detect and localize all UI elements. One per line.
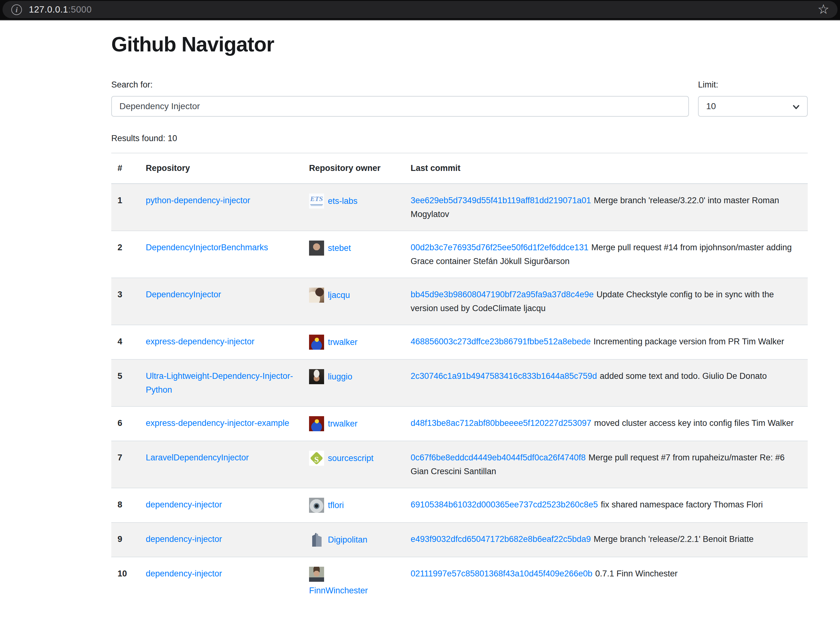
commit-message: Incrementing package version from PR Tim… (594, 337, 784, 346)
sourcescript-logo-icon: S (309, 451, 324, 466)
commit-hash-link[interactable]: 3ee629eb5d7349d55f41b119aff81dd219071a01 (411, 196, 591, 205)
owner-link[interactable]: ljacqu (328, 288, 350, 302)
repo-link[interactable]: Ultra-Lightweight-Dependency-Injector-Py… (146, 371, 293, 395)
commit-hash-link[interactable]: e493f9032dfcd65047172b682e8b6eaf22c5bda9 (411, 535, 591, 544)
repo-link[interactable]: dependency-injector (146, 500, 222, 509)
col-header-last-commit: Last commit (404, 153, 808, 184)
row-number: 2 (111, 231, 139, 278)
table-row: 6 express-dependency-injector-example tr… (111, 406, 808, 441)
repo-link[interactable]: DependencyInjectorBenchmarks (146, 243, 268, 252)
owner-link[interactable]: liuggio (328, 370, 352, 384)
building-icon (309, 532, 324, 547)
limit-label: Limit: (698, 80, 808, 90)
table-row: 4 express-dependency-injector trwalker 4… (111, 325, 808, 359)
row-number: 10 (111, 557, 139, 607)
table-row: 1 python-dependency-injector ETSets-labs… (111, 184, 808, 231)
eye-photo-icon (309, 498, 324, 513)
lego-spaceman-photo-icon (309, 416, 324, 431)
row-number: 5 (111, 359, 139, 406)
url-host: 127.0.0.1 (29, 5, 68, 14)
owner-link[interactable]: Digipolitan (328, 533, 367, 547)
chevron-down-icon (792, 103, 800, 111)
commit-hash-link[interactable]: 02111997e57c85801368f43a10d45f409e266e0b (411, 569, 592, 578)
table-header-row: # Repository Repository owner Last commi… (111, 153, 808, 184)
commit-message: 0.7.1 Finn Winchester (595, 569, 677, 578)
ets-logo-icon: ETS (309, 193, 324, 209)
commit-hash-link[interactable]: 0c67f6be8eddcd4449eb4044f5df0ca26f4740f8 (411, 453, 586, 462)
repo-link[interactable]: LaravelDependencyInjector (146, 453, 249, 462)
repo-link[interactable]: dependency-injector (146, 569, 222, 578)
row-number: 7 (111, 441, 139, 488)
owner-link[interactable]: sourcescript (328, 451, 374, 465)
commit-hash-link[interactable]: 00d2b3c7e76935d76f25ee50f6d1f2ef6ddce131 (411, 243, 589, 252)
table-row: 8 dependency-injector tflori 69105384b61… (111, 488, 808, 522)
search-input[interactable] (111, 96, 689, 117)
table-row: 7 LaravelDependencyInjector Ssourcescrip… (111, 441, 808, 488)
address-bar[interactable]: i 127.0.0.1:5000 ☆ (3, 1, 837, 18)
lego-spaceman-photo-icon (309, 335, 324, 350)
commit-hash-link[interactable]: bb45d9e3b98608047190bf72a95fa9a37d8c4e9e (411, 290, 594, 299)
page-title: Github Navigator (111, 32, 808, 56)
col-header-repository: Repository (139, 153, 303, 184)
row-number: 6 (111, 406, 139, 441)
commit-message: Merge branch 'release/2.2.1' Benoit Bria… (594, 535, 753, 544)
commit-message: fix shared namespace factory Thomas Flor… (601, 500, 763, 509)
commit-hash-link[interactable]: 468856003c273dffce23b86791fbbe512a8ebede (411, 337, 591, 346)
owner-link[interactable]: ets-labs (328, 194, 358, 208)
results-count: Results found: 10 (111, 134, 808, 143)
commit-message: moved cluster access key into config fil… (594, 418, 794, 428)
cat-photo-icon (309, 288, 324, 303)
row-number: 1 (111, 184, 139, 231)
search-form: Search for: Limit: 10 (111, 80, 808, 117)
limit-select[interactable]: 10 (698, 96, 808, 117)
repo-link[interactable]: express-dependency-injector-example (146, 418, 289, 428)
page-container: Github Navigator Search for: Limit: 10 R… (111, 32, 808, 607)
table-row: 10 dependency-injector FinnWinchester 02… (111, 557, 808, 607)
table-row: 2 DependencyInjectorBenchmarks stebet 00… (111, 231, 808, 278)
url-text: 127.0.0.1:5000 (29, 5, 92, 15)
browser-top-bar: i 127.0.0.1:5000 ☆ (0, 0, 840, 21)
commit-hash-link[interactable]: 69105384b61032d000365ee737cd2523b260c8e5 (411, 500, 598, 509)
limit-selected-value: 10 (706, 101, 716, 111)
row-number: 8 (111, 488, 139, 522)
owner-link[interactable]: stebet (328, 241, 351, 255)
col-header-num: # (111, 153, 139, 184)
repo-link[interactable]: express-dependency-injector (146, 337, 254, 346)
commit-hash-link[interactable]: d48f13be8ac712abf80bbeeee5f120227d253097 (411, 418, 591, 428)
portrait-photo-icon (309, 567, 324, 582)
portrait-photo-icon (309, 240, 324, 256)
owner-link[interactable]: FinnWinchester (309, 586, 368, 595)
owner-link[interactable]: trwalker (328, 335, 358, 349)
col-header-owner: Repository owner (303, 153, 404, 184)
bookmark-star-icon[interactable]: ☆ (818, 3, 829, 16)
results-table: # Repository Repository owner Last commi… (111, 153, 808, 607)
repo-link[interactable]: DependencyInjector (146, 290, 221, 299)
row-number: 3 (111, 278, 139, 325)
portrait-photo-icon (309, 369, 324, 384)
table-row: 5 Ultra-Lightweight-Dependency-Injector-… (111, 359, 808, 406)
row-number: 9 (111, 522, 139, 557)
repo-link[interactable]: python-dependency-injector (146, 196, 250, 205)
table-row: 3 DependencyInjector ljacqu bb45d9e3b986… (111, 278, 808, 325)
search-label: Search for: (111, 80, 689, 90)
url-port: :5000 (68, 5, 92, 14)
commit-message: added some text and todo. Giulio De Dona… (600, 371, 767, 381)
info-icon[interactable]: i (11, 5, 22, 15)
owner-link[interactable]: trwalker (328, 417, 358, 430)
commit-hash-link[interactable]: 2c30746c1a91b4947583416c833b1644a85c759d (411, 371, 597, 381)
table-row: 9 dependency-injector Digipolitan e493f9… (111, 522, 808, 557)
repo-link[interactable]: dependency-injector (146, 535, 222, 544)
row-number: 4 (111, 325, 139, 359)
owner-link[interactable]: tflori (328, 498, 344, 512)
